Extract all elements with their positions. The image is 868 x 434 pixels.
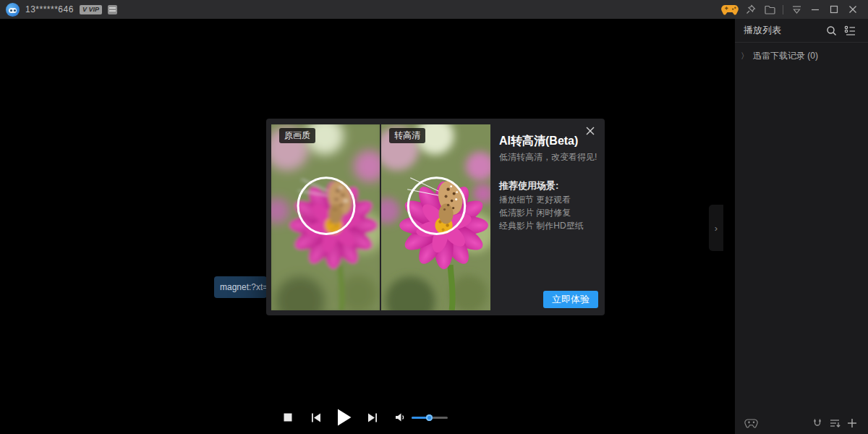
titlebar-actions — [718, 0, 868, 19]
user-avatar[interactable] — [6, 3, 20, 17]
close-button[interactable] — [843, 0, 862, 19]
add-file-icon[interactable] — [843, 414, 861, 432]
playlist-mode-icon[interactable] — [841, 21, 859, 40]
vip-level-badge-icon — [108, 5, 117, 14]
main-menu-icon[interactable] — [787, 0, 806, 19]
vip-badge: V VIP — [80, 5, 102, 14]
open-file-icon[interactable] — [760, 0, 779, 19]
label-original-quality: 原画质 — [279, 128, 315, 143]
playback-controls — [284, 407, 448, 428]
titlebar: 13******646 V VIP — [0, 0, 868, 19]
app-window: 13******646 V VIP — [0, 0, 868, 434]
dialog-subtitle: 低清转高清，改变看得见! — [499, 151, 597, 163]
magnet-link-tooltip: magnet:?xt=u — [214, 276, 267, 298]
dialog-panel: AI转高清(Beta) 低清转高清，改变看得见! 推荐使用场景: 播放细节 更好… — [498, 119, 598, 315]
chevron-right-icon: › — [715, 223, 718, 234]
scenario-item: 播放细节 更好观看 — [499, 193, 584, 206]
ai-hd-dialog: 原画质 — [266, 119, 605, 315]
chevron-right-icon: 〉 — [741, 51, 749, 61]
dialog-close-icon[interactable] — [584, 124, 597, 137]
try-now-button[interactable]: 立即体验 — [543, 291, 598, 308]
sidebar-collapse-tab[interactable]: › — [709, 205, 723, 251]
download-records-label: 迅雷下载记录 (0) — [753, 50, 818, 62]
playlist-sidebar: 播放列表 〉 迅雷下载记录 (0) — [735, 19, 868, 434]
pin-window-icon[interactable] — [741, 0, 760, 19]
stop-button[interactable] — [284, 413, 292, 422]
play-button[interactable] — [337, 409, 352, 426]
playlist-title: 播放列表 — [744, 24, 822, 37]
account-area: 13******646 V VIP — [0, 3, 117, 17]
maximize-button[interactable] — [825, 0, 843, 19]
scenarios-list: 播放细节 更好观看 低清影片 闲时修复 经典影片 制作HD壁纸 — [499, 193, 584, 232]
scenarios-title: 推荐使用场景: — [499, 179, 558, 192]
username[interactable]: 13******646 — [25, 4, 74, 14]
scenario-item: 经典影片 制作HD壁纸 — [499, 219, 584, 232]
playlist-header: 播放列表 — [735, 19, 868, 43]
minimize-button[interactable] — [806, 0, 825, 19]
dialog-title: AI转高清(Beta) — [499, 134, 578, 149]
volume-icon[interactable] — [395, 412, 406, 422]
sidebar-item-download-records[interactable]: 〉 迅雷下载记录 (0) — [735, 43, 868, 69]
game-center-icon[interactable] — [718, 0, 741, 19]
game-center-outline-icon[interactable] — [742, 414, 760, 432]
next-button[interactable] — [367, 413, 378, 422]
search-icon[interactable] — [822, 21, 841, 40]
volume-slider-handle[interactable] — [426, 414, 433, 421]
volume-slider[interactable] — [412, 417, 448, 419]
titlebar-divider — [783, 5, 783, 14]
label-hd-quality: 转高清 — [389, 128, 425, 143]
sidebar-footer — [735, 412, 868, 434]
previous-button[interactable] — [311, 413, 321, 422]
comparison-image-original — [271, 124, 380, 310]
add-to-playlist-icon[interactable] — [826, 414, 843, 432]
magnet-icon[interactable] — [809, 414, 826, 432]
scenario-item: 低清影片 闲时修复 — [499, 206, 584, 219]
comparison-image-hd — [381, 124, 490, 310]
